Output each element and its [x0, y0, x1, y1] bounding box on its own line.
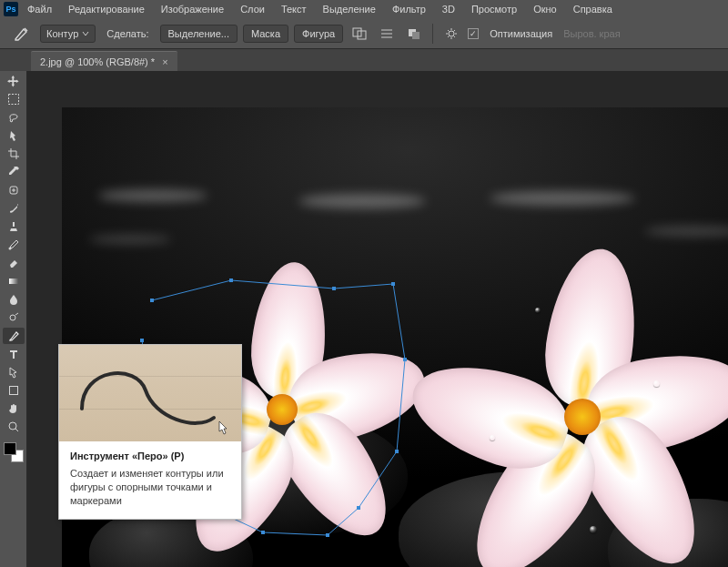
pen-mode-select[interactable]: Контур [40, 25, 96, 43]
dodge-tool[interactable] [3, 309, 25, 326]
move-tool[interactable] [3, 73, 25, 89]
reflection [98, 189, 207, 202]
pen-mode-label: Контур [46, 28, 78, 39]
separator [432, 24, 433, 44]
menu-window[interactable]: Окно [526, 2, 564, 16]
chevron-down-icon [82, 30, 89, 37]
menu-edit[interactable]: Редактирование [61, 2, 152, 16]
document-tab-title: 2.jpg @ 100% (RGB/8#) * [40, 56, 155, 67]
make-mask-button[interactable]: Маска [243, 25, 288, 43]
optimize-label: Оптимизация [484, 26, 558, 41]
svg-rect-8 [9, 278, 18, 284]
canvas-area[interactable]: Инструмент «Перо» (P) Создает и изменяет… [27, 71, 728, 567]
document-tab[interactable]: 2.jpg @ 100% (RGB/8#) * × [31, 51, 177, 71]
foreground-color-swatch[interactable] [4, 442, 16, 455]
tooltip-description: Создает и изменяет контуры или фигуры с … [70, 467, 230, 508]
menu-help[interactable]: Справка [566, 2, 620, 16]
path-select-tool[interactable] [3, 364, 25, 380]
close-icon[interactable]: × [162, 56, 167, 67]
reflection [644, 226, 728, 237]
eraser-tool[interactable] [3, 255, 25, 271]
healing-brush-tool[interactable] [3, 182, 25, 198]
path-arrange-icon[interactable] [403, 24, 425, 44]
path-align-icon[interactable] [376, 24, 398, 44]
color-swatches[interactable] [4, 442, 24, 462]
history-brush-tool[interactable] [3, 237, 25, 253]
make-shape-button[interactable]: Фигура [294, 25, 343, 43]
svg-point-9 [10, 315, 15, 320]
crop-tool[interactable] [3, 146, 25, 162]
app-logo: Ps [4, 2, 18, 16]
menu-file[interactable]: Файл [20, 2, 59, 16]
svg-point-7 [8, 248, 11, 250]
toolbox [0, 71, 27, 567]
blur-tool[interactable] [3, 291, 25, 308]
svg-point-10 [9, 339, 11, 341]
document-tab-strip: 2.jpg @ 100% (RGB/8#) * × [0, 49, 728, 71]
gear-icon[interactable] [440, 24, 462, 44]
make-selection-button[interactable]: Выделение... [160, 25, 238, 43]
flower-right [426, 253, 728, 562]
brush-tool[interactable] [3, 200, 25, 217]
menu-view[interactable]: Просмотр [464, 2, 524, 16]
reflection [298, 194, 426, 208]
current-tool-indicator[interactable] [9, 24, 35, 44]
tooltip-title: Инструмент «Перо» (P) [70, 451, 230, 461]
menu-filter[interactable]: Фильтр [385, 2, 433, 16]
menu-bar: Ps Файл Редактирование Изображение Слои … [0, 0, 728, 18]
reflection [89, 235, 171, 244]
menu-3d[interactable]: 3D [435, 2, 462, 16]
svg-rect-5 [8, 95, 18, 105]
gradient-tool[interactable] [3, 273, 25, 289]
options-bar: Контур Сделать: Выделение... Маска Фигур… [0, 18, 728, 49]
workspace: Инструмент «Перо» (P) Создает и изменяет… [0, 71, 728, 567]
svg-point-12 [9, 422, 16, 430]
make-label: Сделать: [101, 26, 154, 41]
quick-select-tool[interactable] [3, 127, 25, 144]
tooltip-preview-image [59, 345, 241, 441]
eyedropper-tool[interactable] [3, 164, 25, 180]
menu-image[interactable]: Изображение [154, 2, 231, 16]
svg-rect-11 [9, 387, 17, 395]
optimize-checkbox[interactable]: ✓ [468, 28, 479, 39]
svg-point-4 [449, 31, 454, 36]
menu-select[interactable]: Выделение [316, 2, 383, 16]
marquee-tool[interactable] [3, 91, 25, 107]
lasso-tool[interactable] [3, 109, 25, 126]
path-ops-combine-icon[interactable] [349, 24, 370, 44]
zoom-tool[interactable] [3, 419, 25, 435]
shape-tool[interactable] [3, 382, 25, 399]
align-edges-label: Выров. края [563, 28, 620, 39]
reflection [490, 191, 635, 206]
hand-tool[interactable] [3, 400, 25, 417]
menu-layers[interactable]: Слои [233, 2, 272, 16]
type-tool[interactable] [3, 346, 25, 362]
menu-text[interactable]: Текст [274, 2, 314, 16]
clone-stamp-tool[interactable] [3, 218, 25, 235]
pen-tool[interactable] [3, 328, 25, 344]
tool-tooltip: Инструмент «Перо» (P) Создает и изменяет… [58, 344, 242, 520]
svg-rect-3 [412, 32, 420, 39]
